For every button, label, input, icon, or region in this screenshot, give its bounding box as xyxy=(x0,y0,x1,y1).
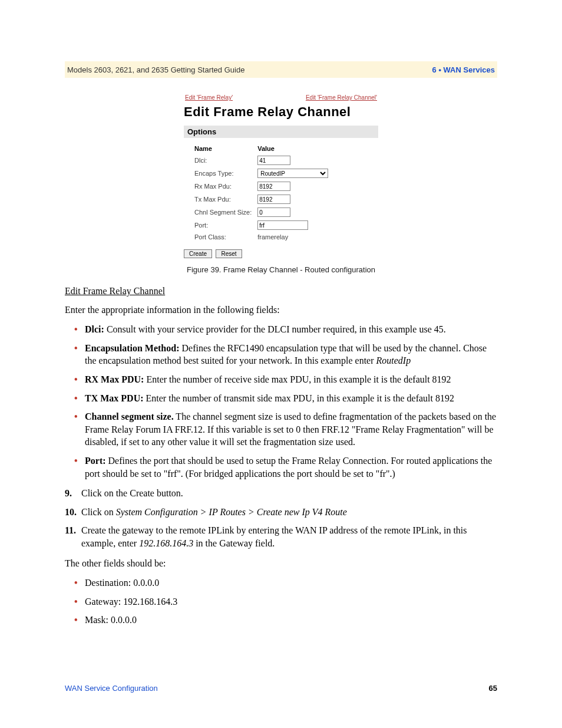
bullet-label: RX Max PDU: xyxy=(85,374,144,384)
list-item: 11. Create the gateway to the remote IPL… xyxy=(65,524,497,549)
list-item: RX Max PDU: Enter the number of receive … xyxy=(77,373,497,386)
step-italic: 192.168.164.3 xyxy=(139,538,193,548)
header-right: 6 • WAN Services xyxy=(432,65,495,74)
list-item: Destination: 0.0.0.0 xyxy=(77,577,497,589)
page-header: Models 2603, 2621, and 2635 Getting Star… xyxy=(65,61,497,78)
step-text: Click on the Create button. xyxy=(81,488,183,498)
footer-right: 65 xyxy=(489,684,497,693)
bullet-label: TX Max PDU: xyxy=(85,393,144,403)
steps-list: 9. Click on the Create button. 10. Click… xyxy=(65,487,497,549)
class-label: Port Class: xyxy=(192,232,254,242)
list-item: Mask: 0.0.0.0 xyxy=(77,614,497,627)
section-heading: Edit Frame Relay Channel xyxy=(65,285,497,298)
options-header: Options xyxy=(184,126,378,138)
step-number: 11. xyxy=(65,524,76,537)
intro-para: Enter the appropriate information in the… xyxy=(65,304,497,317)
tx-label: Tx Max Pdu: xyxy=(192,193,254,205)
encaps-label: Encaps Type: xyxy=(192,167,254,179)
seg-label: Chnl Segment Size: xyxy=(192,206,254,218)
list-item: 9. Click on the Create button. xyxy=(65,487,497,500)
list-item: Channel segment size. The channel segmen… xyxy=(77,410,497,449)
col-value: Value xyxy=(255,144,330,153)
rx-input[interactable] xyxy=(257,182,290,191)
encaps-select[interactable]: RoutedIP xyxy=(257,169,328,178)
table-header-row: Name Value xyxy=(192,144,330,153)
figure-title: Edit Frame Relay Channel xyxy=(184,104,378,120)
page: Models 2603, 2621, and 2635 Getting Star… xyxy=(0,0,562,728)
seg-input[interactable] xyxy=(257,207,290,217)
rx-label: Rx Max Pdu: xyxy=(192,180,254,192)
step-text-tail: in the Gateway field. xyxy=(193,538,275,548)
port-label: Port: xyxy=(192,219,254,231)
page-footer: WAN Service Configuration 65 xyxy=(65,684,497,693)
figure-caption: Figure 39. Frame Relay Channel - Routed … xyxy=(65,265,497,274)
breadcrumb: Edit 'Frame Relay' Edit 'Frame Relay Cha… xyxy=(184,94,378,103)
bullet-label: Channel segment size. xyxy=(85,411,174,421)
tx-input[interactable] xyxy=(257,195,290,204)
options-table: Name Value Dlci: Encaps Type: RoutedIP R… xyxy=(191,143,332,243)
list-item: Dlci: Consult with your service provider… xyxy=(77,323,497,336)
list-item: Port: Defines the port that should be us… xyxy=(77,454,497,480)
list-item: Gateway: 192.168.164.3 xyxy=(77,595,497,608)
bullet-label: Encapsulation Method: xyxy=(85,343,179,353)
table-row: Dlci: xyxy=(192,154,330,166)
header-left: Models 2603, 2621, and 2635 Getting Star… xyxy=(67,65,244,74)
bullet-label: Dlci: xyxy=(85,324,104,334)
figure-screenshot: Edit 'Frame Relay' Edit 'Frame Relay Cha… xyxy=(184,94,378,258)
footer-left: WAN Service Configuration xyxy=(65,684,158,693)
reset-button[interactable]: Reset xyxy=(216,249,242,258)
button-row: Create Reset xyxy=(184,248,378,258)
other-intro: The other fields should be: xyxy=(65,557,497,570)
dlci-label: Dlci: xyxy=(192,154,254,166)
step-number: 10. xyxy=(65,506,77,519)
step-italic: System Configuration > IP Routes > Creat… xyxy=(116,507,347,517)
bullet-text: Enter the number of transmit side max PD… xyxy=(144,393,454,403)
bullet-text: Defines the port that should be used to … xyxy=(85,456,492,479)
table-row: Port Class: framerelay xyxy=(192,232,330,242)
create-button[interactable]: Create xyxy=(184,249,212,258)
table-row: Tx Max Pdu: xyxy=(192,193,330,205)
list-item: Encapsulation Method: Defines the RFC149… xyxy=(77,342,497,367)
list-item: 10. Click on System Configuration > IP R… xyxy=(65,506,497,519)
bullet-text: Consult with your service provider for t… xyxy=(104,324,446,334)
crumb-frame-relay-channel[interactable]: Edit 'Frame Relay Channel' xyxy=(306,94,377,101)
class-value: framerelay xyxy=(255,232,330,242)
dlci-input[interactable] xyxy=(257,156,290,165)
port-input[interactable] xyxy=(257,220,308,230)
crumb-frame-relay[interactable]: Edit 'Frame Relay' xyxy=(185,94,233,101)
body-text: Edit Frame Relay Channel Enter the appro… xyxy=(65,285,497,627)
bullet-list: Dlci: Consult with your service provider… xyxy=(65,323,497,480)
table-row: Encaps Type: RoutedIP xyxy=(192,167,330,179)
table-row: Port: xyxy=(192,219,330,231)
other-text: Gateway: 192.168.164.3 xyxy=(85,597,177,607)
bullet-italic: RoutedIp xyxy=(376,355,411,365)
other-text: Destination: 0.0.0.0 xyxy=(85,578,159,588)
bullet-label: Port: xyxy=(85,456,106,466)
table-row: Rx Max Pdu: xyxy=(192,180,330,192)
other-text: Mask: 0.0.0.0 xyxy=(85,615,137,625)
list-item: TX Max PDU: Enter the number of transmit… xyxy=(77,392,497,405)
step-number: 9. xyxy=(65,487,72,500)
other-list: Destination: 0.0.0.0 Gateway: 192.168.16… xyxy=(65,577,497,627)
step-text: Click on xyxy=(81,507,116,517)
col-name: Name xyxy=(192,144,254,153)
table-row: Chnl Segment Size: xyxy=(192,206,330,218)
bullet-text: Enter the number of receive side max PDU… xyxy=(144,374,451,384)
